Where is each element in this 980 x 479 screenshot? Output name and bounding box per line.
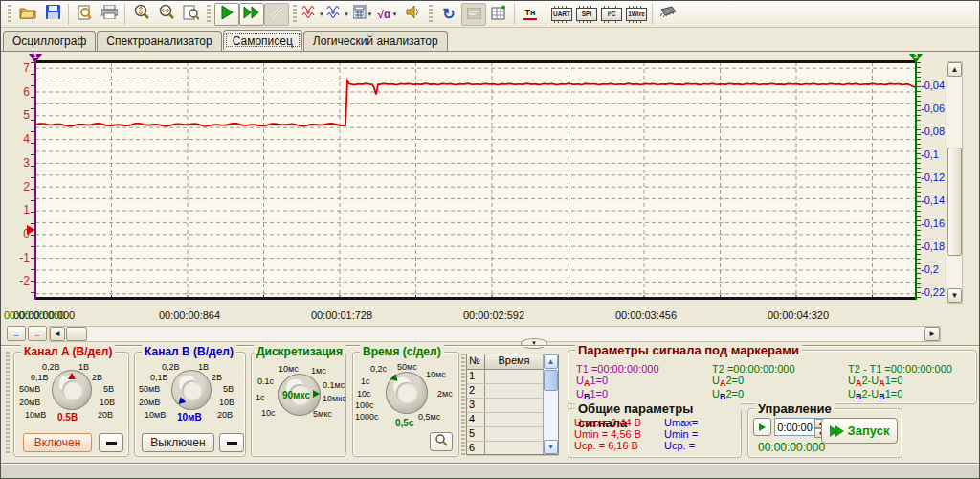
column-header-number[interactable]: № <box>467 354 485 369</box>
knob-label: 10мс <box>426 370 446 379</box>
play-icon <box>220 5 234 24</box>
speaker-icon <box>406 5 420 23</box>
channel-b-knob-area: 0,2В1В0,1В2В50мВ5В20мВ10В10мВ20В 10мВ <box>137 362 246 422</box>
scroll-down-button[interactable]: ▼ <box>947 288 962 303</box>
ic-programmer-button[interactable] <box>656 3 680 26</box>
column-header-time[interactable]: Время <box>485 354 543 369</box>
marker2-goto-button[interactable]: .. <box>28 326 47 341</box>
edit-disabled-button[interactable] <box>264 3 289 26</box>
marker-2-handle[interactable]: 2 <box>909 54 923 64</box>
knob-label: 0.1с <box>257 376 274 386</box>
marker-params-group: Параметры сигнала под маркерами T1 =00:0… <box>568 350 977 404</box>
elapsed-time: 00:00:00:000 <box>758 441 825 454</box>
start-button[interactable]: Запуск <box>821 418 898 444</box>
table-scroll-down-button[interactable]: ▼ <box>544 440 558 454</box>
table-scroll-thumb[interactable] <box>544 370 558 391</box>
uart-decoder-button[interactable]: UART <box>549 3 574 26</box>
table-scroll-up-button[interactable]: ▲ <box>544 354 558 369</box>
trigger-marker-button[interactable]: Tн <box>518 3 543 26</box>
dropdown-arrow-icon[interactable]: ▼ <box>368 11 373 17</box>
data-table-button[interactable] <box>486 3 511 26</box>
scroll-right-button[interactable]: ► <box>924 327 940 341</box>
uart-chip-icon: UART <box>551 8 572 21</box>
calculator-button[interactable]: ▼ <box>350 3 375 26</box>
panel-gripper[interactable] <box>461 354 465 455</box>
i2c-decoder-button[interactable]: I²C <box>599 3 624 26</box>
y-axis-left-label: 5 <box>7 108 30 122</box>
collapse-panel-button[interactable]: ▼ <box>521 338 547 349</box>
control-play-button[interactable] <box>753 418 771 436</box>
channel-a-signal-button[interactable]: ▼ <box>301 3 325 26</box>
scroll-left-button[interactable]: ◄ <box>50 327 65 341</box>
y-axis-left-label: -1 <box>7 251 30 264</box>
fast-forward-button[interactable] <box>239 3 264 26</box>
marker-1-handle[interactable]: 1 <box>29 54 42 64</box>
umin-b: Umin = <box>664 428 698 440</box>
time-zoom-button[interactable] <box>430 432 453 451</box>
time-div-group: Время (с/дел) 0,2с50мс10мс1с2мс10с100с10… <box>352 352 459 457</box>
print-button[interactable] <box>97 3 122 26</box>
umax-b: Umax= <box>664 417 698 428</box>
dropdown-arrow-icon[interactable]: ▼ <box>392 11 398 17</box>
print-preview-button[interactable] <box>72 3 97 26</box>
events-table: № Время 123456 ▲ ▼ <box>466 354 559 455</box>
toolbar-separator <box>68 4 69 25</box>
onewire-decoder-button[interactable]: 1Wire <box>624 3 649 26</box>
y-axis-left-label: -2 <box>7 274 30 287</box>
knob-label: 0.1мс <box>323 380 345 390</box>
zoom-selection-button[interactable] <box>178 3 203 26</box>
toolbar-gripper[interactable] <box>293 5 297 24</box>
zoom-horizontal-button[interactable] <box>153 3 178 26</box>
play-button[interactable] <box>214 3 239 26</box>
y-axis-right-label: -0,22 <box>921 286 945 298</box>
ua1-value: UА1=0 <box>576 376 659 390</box>
panel-gripper[interactable] <box>6 352 10 455</box>
tab-logic-analyzer[interactable]: Логический анализатор <box>303 31 448 51</box>
trigger-level-arrow-icon[interactable] <box>27 225 35 235</box>
x-axis-label: 00:00:01:728 <box>299 309 385 321</box>
y-axis-left-label: 6 <box>7 85 30 99</box>
channel-a-minus-button[interactable] <box>99 433 123 452</box>
horizontal-scroll-thumb[interactable] <box>66 327 87 341</box>
vertical-scrollbar[interactable]: ▲ ▼ <box>947 61 963 304</box>
dropdown-arrow-icon[interactable]: ▼ <box>344 11 349 17</box>
record-time-value: 0:00:00 <box>775 422 814 433</box>
channel-b-minus-button[interactable] <box>219 433 244 452</box>
tab-oscilloscope[interactable]: Осциллограф <box>3 31 96 51</box>
plot-area[interactable] <box>35 62 916 300</box>
tab-spectrum-analyzer[interactable]: Спектроанализатор <box>97 31 221 51</box>
toolbar-gripper[interactable] <box>8 5 11 24</box>
toolbar-separator <box>546 4 546 25</box>
zoom-vertical-button[interactable] <box>128 3 153 26</box>
knob-label: 50мВ <box>19 384 40 394</box>
y-axis-right-label: -0,12 <box>921 171 945 183</box>
marker-1-label: 1 <box>33 53 37 59</box>
horizontal-scrollbar[interactable]: ◄ ► <box>49 326 941 342</box>
math-functions-button[interactable]: √α ▼ <box>375 3 400 26</box>
chip-icon <box>658 6 678 23</box>
channel-a-state-button[interactable]: Включен <box>23 433 92 452</box>
refresh-button[interactable]: ↻ <box>436 3 461 26</box>
scroll-up-button[interactable]: ▲ <box>947 62 962 77</box>
panel-disabled-icon <box>467 6 481 23</box>
text-segment: 2=0 <box>725 388 744 399</box>
channel-b-signal-button[interactable]: ▼ <box>325 3 350 26</box>
toolbar-gripper[interactable] <box>207 5 211 24</box>
knob-label: 1В <box>198 362 209 372</box>
settings-disabled-button[interactable] <box>461 3 486 26</box>
marker1-goto-button[interactable]: .. <box>7 326 26 341</box>
events-table-scrollbar[interactable]: ▲ ▼ <box>543 354 558 454</box>
discretization-value: 90мкс <box>282 390 310 400</box>
sound-button[interactable] <box>400 3 425 26</box>
dropdown-arrow-icon[interactable]: ▼ <box>319 11 324 17</box>
discretization-knob-area: 10мс1мс0.1с0.1мс1с10мкс10с5мкс 90мкс <box>254 364 345 429</box>
open-file-button[interactable] <box>15 3 40 26</box>
vertical-scroll-thumb[interactable] <box>947 148 962 256</box>
tab-chart-recorder[interactable]: Самописец <box>223 30 302 50</box>
channel-b-state-button[interactable]: Выключен <box>142 433 214 452</box>
toolbar-gripper[interactable] <box>429 5 433 24</box>
text-segment: 2-U <box>861 375 879 386</box>
record-time-spinner[interactable]: 0:00:00 ▲▼ <box>774 418 828 436</box>
save-button[interactable] <box>40 3 65 26</box>
spi-decoder-button[interactable]: SPI <box>574 3 599 26</box>
